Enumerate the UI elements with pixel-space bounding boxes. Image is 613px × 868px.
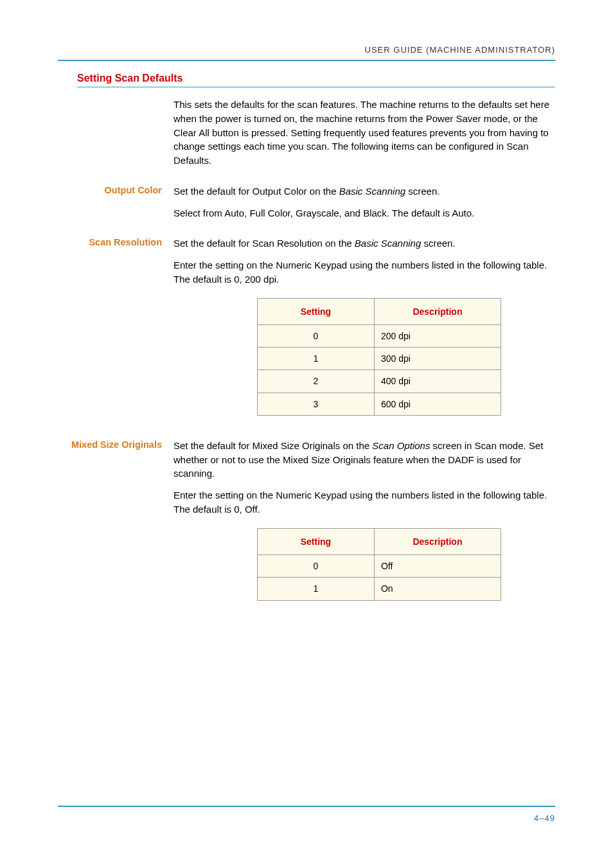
mixed-size-p1: Set the default for Mixed Size Originals…: [173, 439, 555, 481]
table-row: 0 Off: [258, 555, 501, 578]
resolution-table: Setting Description 0 200 dpi 1 300 dpi …: [257, 298, 501, 416]
table1-h1: Setting: [258, 298, 375, 324]
t1-r1-d: 300 dpi: [374, 348, 501, 370]
ms-p1i: Scan Options: [372, 440, 430, 451]
t2-r0-d: Off: [374, 555, 501, 578]
table-row: 1 On: [258, 578, 501, 600]
table-row: 1 300 dpi: [258, 348, 501, 370]
oc-p1a: Set the default for Output Color on the: [173, 186, 339, 197]
t1-r3-s: 3: [258, 393, 375, 415]
intro-label: [58, 98, 173, 175]
t1-r2-s: 2: [258, 370, 375, 393]
mixed-size-p2: Enter the setting on the Numeric Keypad …: [173, 488, 555, 517]
t1-r0-s: 0: [258, 324, 375, 347]
t2-r1-d: On: [374, 578, 501, 600]
t1-r0-d: 200 dpi: [374, 324, 501, 347]
header-rule: [58, 60, 555, 61]
scan-resolution-p1: Set the default for Scan Resolution on t…: [173, 236, 555, 251]
table-header-row: Setting Description: [258, 298, 501, 324]
table2-h1: Setting: [258, 528, 375, 554]
table2-h2: Description: [374, 528, 501, 554]
t1-r2-d: 400 dpi: [374, 370, 501, 393]
page-header: USER GUIDE (MACHINE ADMINISTRATOR): [58, 45, 555, 60]
scan-resolution-label: Scan Resolution: [58, 236, 173, 430]
section-underline: [77, 87, 555, 87]
output-color-p1: Set the default for Output Color on the …: [173, 184, 555, 199]
mixed-size-label: Mixed Size Originals: [58, 439, 173, 615]
mixed-size-table: Setting Description 0 Off 1 On: [257, 528, 501, 601]
t2-r0-s: 0: [258, 555, 375, 578]
footer-rule: [58, 806, 555, 807]
oc-p1i: Basic Scanning: [339, 186, 405, 197]
t2-r1-s: 1: [258, 578, 375, 600]
scan-resolution-p2: Enter the setting on the Numeric Keypad …: [173, 258, 555, 287]
intro-text: This sets the defaults for the scan feat…: [173, 98, 555, 168]
t1-r1-s: 1: [258, 348, 375, 370]
table1-h2: Description: [374, 298, 501, 324]
t1-r3-d: 600 dpi: [374, 393, 501, 415]
sr-p1a: Set the default for Scan Resolution on t…: [173, 238, 355, 249]
page-number: 4–49: [58, 813, 555, 823]
ms-p1a: Set the default for Mixed Size Originals…: [173, 440, 372, 451]
table-header-row: Setting Description: [258, 528, 501, 554]
oc-p1b: screen.: [405, 186, 440, 197]
sr-p1i: Basic Scanning: [355, 238, 421, 249]
sr-p1b: screen.: [421, 238, 455, 249]
table-row: 0 200 dpi: [258, 324, 501, 347]
table-row: 3 600 dpi: [258, 393, 501, 415]
table-row: 2 400 dpi: [258, 370, 501, 393]
output-color-p2: Select from Auto, Full Color, Grayscale,…: [173, 206, 555, 220]
section-title: Setting Scan Defaults: [77, 73, 555, 84]
output-color-label: Output Color: [58, 184, 173, 228]
